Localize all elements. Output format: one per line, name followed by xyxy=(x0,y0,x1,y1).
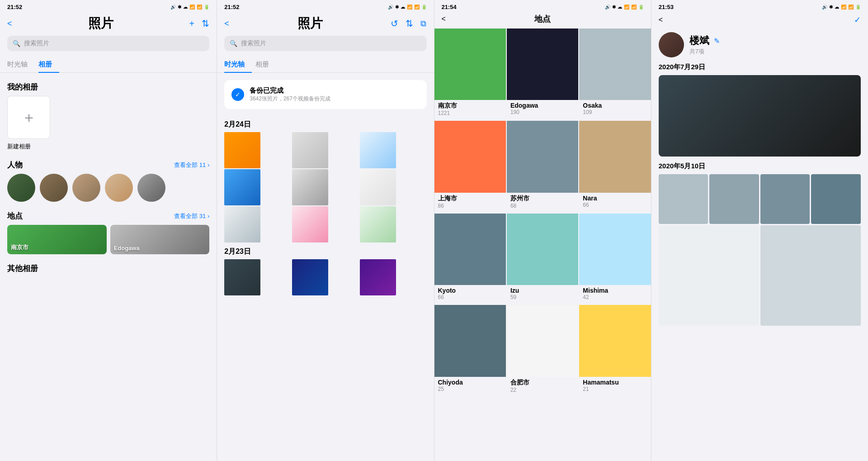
back-button-2[interactable]: < xyxy=(224,19,229,29)
place-thumb-chiyoda xyxy=(434,305,506,376)
page-title-3: 地点 xyxy=(534,14,551,24)
person-photo-main[interactable] xyxy=(659,75,861,157)
person-photo-4[interactable] xyxy=(811,174,861,224)
status-bar-1: 21:52 🔊 ✱ ☁ 📶 📶 🔋 xyxy=(0,0,217,12)
photo-thumb-8[interactable] xyxy=(292,206,328,242)
status-bar-2: 21:52 🔊✱ ☁📶 📶🔋 xyxy=(217,0,434,12)
top-bar-2: < 照片 ↺ ⇅ ⧉ xyxy=(217,12,434,36)
panel-1-albums: 21:52 🔊 ✱ ☁ 📶 📶 🔋 < 照片 + ⇅ 🔍 搜索照片 时光轴 相册 xyxy=(0,0,217,461)
copy-icon-2[interactable]: ⧉ xyxy=(420,19,426,29)
photo-grid-feb23 xyxy=(217,259,434,295)
place-name-mishima: Mishima xyxy=(579,285,651,294)
place-item-kyoto[interactable]: Kyoto 66 xyxy=(434,214,506,304)
photo-thumb-2[interactable] xyxy=(292,132,328,168)
photo-thumb-5[interactable] xyxy=(292,169,328,205)
person-photo-3[interactable] xyxy=(760,174,810,224)
photo-thumb-3[interactable] xyxy=(360,132,396,168)
place-name-chiyoda: Chiyoda xyxy=(434,377,506,386)
photo-thumb-4[interactable] xyxy=(224,169,260,205)
place-count-shanghai: 86 xyxy=(434,203,506,213)
person-photo-6[interactable] xyxy=(760,225,861,326)
place-name-hefei: 合肥市 xyxy=(507,377,578,387)
person-photo-1[interactable] xyxy=(659,174,708,224)
person-avatar-1[interactable] xyxy=(7,174,35,202)
place-thumb-hefei xyxy=(507,305,578,376)
back-button-1[interactable]: < xyxy=(7,19,12,29)
person-avatar-main[interactable] xyxy=(659,32,684,57)
sort-icon-2[interactable]: ⇅ xyxy=(406,18,413,29)
photo-thumb-1[interactable] xyxy=(224,132,260,168)
panel-4-person: 21:53 🔊✱ ☁📶 📶🔋 < ✓ 楼斌 ✎ 共7项 2020年7月29日 2… xyxy=(651,0,868,461)
back-button-3[interactable]: < xyxy=(442,15,446,23)
status-icons-2: 🔊✱ ☁📶 📶🔋 xyxy=(388,5,427,10)
place-item-mishima[interactable]: Mishima 42 xyxy=(579,214,651,304)
photo-thumb-10[interactable] xyxy=(224,259,260,295)
backup-title: 备份已完成 xyxy=(250,86,330,95)
person-content: 2020年7月29日 2020年5月10日 xyxy=(651,59,868,461)
person-photo-5[interactable] xyxy=(659,225,759,326)
people-title: 人物 xyxy=(7,160,23,170)
person-avatar-2[interactable] xyxy=(40,174,68,202)
other-albums-title: 其他相册 xyxy=(0,261,217,276)
person-photo-2[interactable] xyxy=(709,174,759,224)
place-item-izu[interactable]: Izu 59 xyxy=(507,214,578,304)
back-button-4[interactable]: < xyxy=(659,16,663,24)
place-item-edogawa[interactable]: Edogawa 190 xyxy=(507,29,578,120)
backup-text: 备份已完成 3642张照片，267个视频备份完成 xyxy=(250,86,330,103)
photo-thumb-7[interactable] xyxy=(224,206,260,242)
checkmark-icon-4[interactable]: ✓ xyxy=(854,15,861,25)
photo-thumb-9[interactable] xyxy=(360,206,396,242)
photo-thumb-6[interactable] xyxy=(360,169,396,205)
content-area-1: 我的相册 ＋ 新建相册 人物 查看全部 11 › 地点 查看全部 31 › 南京… xyxy=(0,80,217,461)
place-item-hefei[interactable]: 合肥市 22 xyxy=(507,305,578,396)
tab-timeline-2[interactable]: 时光轴 xyxy=(224,57,252,72)
tab-albums-1[interactable]: 相册 xyxy=(38,57,59,72)
place-name-suzhou: 苏州市 xyxy=(507,193,578,203)
person-avatar-3[interactable] xyxy=(72,174,100,202)
place-item-nanjing[interactable]: 南京市 1221 xyxy=(434,29,506,120)
create-album-label: 新建相册 xyxy=(0,143,217,158)
person-avatar-4[interactable] xyxy=(105,174,133,202)
add-icon-1[interactable]: + xyxy=(189,19,195,29)
person-avatar-5[interactable] xyxy=(137,174,165,202)
refresh-icon-2[interactable]: ↺ xyxy=(391,18,398,29)
place-item-osaka[interactable]: Osaka 109 xyxy=(579,29,651,120)
place-item-chiyoda[interactable]: Chiyoda 25 xyxy=(434,305,506,396)
place-thumb-mishima xyxy=(579,214,651,285)
place-count-osaka: 109 xyxy=(579,109,651,119)
place-card-nanjing[interactable]: 南京市 xyxy=(7,225,107,254)
timeline-date-may: 2020年5月10日 xyxy=(659,162,861,171)
place-count-izu: 59 xyxy=(507,294,578,304)
tab-albums-2[interactable]: 相册 xyxy=(255,57,276,72)
place-thumb-hamamatsu xyxy=(579,305,651,376)
status-icons-1: 🔊 ✱ ☁ 📶 📶 🔋 xyxy=(170,5,209,10)
photo-thumb-11[interactable] xyxy=(292,259,328,295)
person-count: 共7项 xyxy=(689,48,720,56)
time-2: 21:52 xyxy=(224,4,239,10)
date-section-feb23: 2月23日 xyxy=(217,243,434,259)
search-bar-2[interactable]: 🔍 搜索照片 xyxy=(224,36,426,51)
place-card-edogawa[interactable]: Edogawa xyxy=(110,225,210,254)
place-thumb-shanghai xyxy=(434,121,506,192)
status-icons-4: 🔊✱ ☁📶 📶🔋 xyxy=(822,5,861,10)
plus-icon: ＋ xyxy=(22,108,36,128)
photo-thumb-12[interactable] xyxy=(360,259,396,295)
status-icons-3: 🔊✱ ☁📶 📶🔋 xyxy=(605,5,644,10)
search-bar-1[interactable]: 🔍 搜索照片 xyxy=(7,36,209,51)
edit-name-icon[interactable]: ✎ xyxy=(714,37,720,45)
sort-icon-1[interactable]: ⇅ xyxy=(202,18,209,29)
place-item-suzhou[interactable]: 苏州市 68 xyxy=(507,121,578,212)
place-thumb-kyoto xyxy=(434,214,506,285)
places-link[interactable]: 查看全部 31 › xyxy=(174,212,209,220)
people-link[interactable]: 查看全部 11 › xyxy=(174,161,209,169)
tab-timeline-1[interactable]: 时光轴 xyxy=(7,57,35,72)
place-item-hamamatsu[interactable]: Hamamatsu 21 xyxy=(579,305,651,396)
create-album-button[interactable]: ＋ xyxy=(7,96,50,139)
place-count-hefei: 22 xyxy=(507,387,578,397)
backup-subtitle: 3642张照片，267个视频备份完成 xyxy=(250,95,330,103)
place-item-shanghai[interactable]: 上海市 86 xyxy=(434,121,506,212)
place-thumb-nanjing xyxy=(434,29,506,100)
place-name-hamamatsu: Hamamatsu xyxy=(579,377,651,386)
page-title-2: 照片 xyxy=(297,15,323,32)
place-item-nara[interactable]: Nara 66 xyxy=(579,121,651,212)
